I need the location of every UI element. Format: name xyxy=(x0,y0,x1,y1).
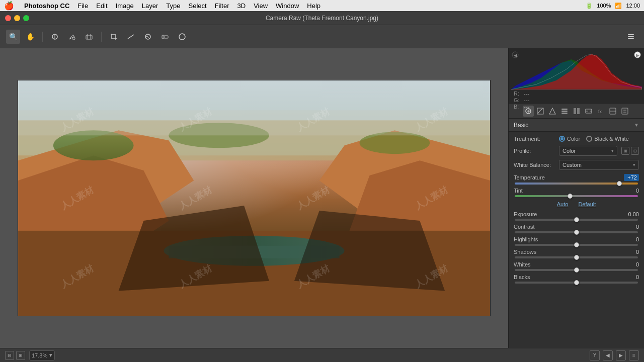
status-icon-grid[interactable]: ⊟ xyxy=(5,351,14,360)
status-action-next[interactable]: ▶ xyxy=(616,350,626,360)
zoom-control[interactable]: 17.8% ▾ xyxy=(29,350,55,360)
straighten-tool[interactable] xyxy=(124,30,138,44)
shadows-thumb[interactable] xyxy=(574,255,579,260)
window-controls xyxy=(5,15,29,21)
spot-removal-tool[interactable] xyxy=(141,30,155,44)
auto-default-row: Auto Default xyxy=(514,201,639,207)
shadows-value[interactable]: 0 xyxy=(624,249,639,255)
zoom-dropdown-arrow: ▾ xyxy=(49,352,52,358)
tint-track[interactable] xyxy=(515,195,638,197)
tint-value[interactable]: 0 xyxy=(624,188,639,194)
color-sampler-tool[interactable] xyxy=(65,30,79,44)
wb-select[interactable]: Custom ▾ xyxy=(559,160,639,170)
maximize-button[interactable] xyxy=(23,15,29,21)
temperature-track[interactable] xyxy=(515,183,638,185)
whites-track[interactable] xyxy=(515,269,638,271)
shadows-row-top: Shadows 0 xyxy=(514,249,639,255)
tint-slider-row: Tint 0 xyxy=(514,188,639,197)
zoom-tool[interactable]: 🔍 xyxy=(6,30,20,44)
whites-value[interactable]: 0 xyxy=(624,261,639,267)
graduated-filter-tool[interactable] xyxy=(175,30,189,44)
histogram-highlight-clipping[interactable]: ▶ xyxy=(634,51,641,60)
minimize-button[interactable] xyxy=(14,15,20,21)
zoom-value: 17.8% xyxy=(32,352,47,358)
treatment-bw-option[interactable]: Black & White xyxy=(586,136,628,142)
exposure-track[interactable] xyxy=(515,219,638,221)
highlights-value[interactable]: 0 xyxy=(624,236,639,242)
histogram-canvas: ◀ ▶ xyxy=(511,50,642,89)
svg-line-6 xyxy=(128,35,134,39)
battery-icon: 🔋 xyxy=(586,3,593,9)
profile-select[interactable]: Color ▾ xyxy=(559,146,617,156)
exposure-value[interactable]: 0.00 xyxy=(624,211,639,217)
menu-help[interactable]: Help xyxy=(307,2,320,10)
svg-text:◀: ◀ xyxy=(514,53,517,58)
status-action-prev[interactable]: ◀ xyxy=(603,350,613,360)
histogram-shadow-clipping[interactable]: ◀ xyxy=(512,51,519,60)
contrast-thumb[interactable] xyxy=(574,230,579,235)
apple-logo[interactable]: 🍎 xyxy=(4,1,14,11)
panel-collapse-arrow[interactable]: ▼ xyxy=(634,122,639,128)
menu-layer[interactable]: Layer xyxy=(142,2,158,10)
profile-view-icons: ⊞ ⊟ xyxy=(621,147,639,155)
contrast-label: Contrast xyxy=(514,224,554,230)
highlights-label: Highlights xyxy=(514,236,554,242)
menu-3d[interactable]: 3D xyxy=(237,2,246,10)
svg-point-10 xyxy=(179,34,185,40)
app-name: Photoshop CC xyxy=(24,2,69,10)
contrast-value[interactable]: 0 xyxy=(624,224,639,230)
canvas-area[interactable]: 人人素材 人人素材 人人素材 人人素材 人人素材 人人素材 人人素材 人人素材 … xyxy=(0,48,508,348)
white-balance-row: White Balance: Custom ▾ xyxy=(514,160,639,170)
histogram-area: ◀ ▶ R: --- G: --- B: --- xyxy=(509,48,644,104)
status-action-menu[interactable]: ≡ xyxy=(629,350,639,360)
open-preferences-button[interactable] xyxy=(624,30,638,44)
target-overlay-tool[interactable] xyxy=(82,30,96,44)
tint-thumb[interactable] xyxy=(568,194,573,199)
adjustment-brush-tool[interactable] xyxy=(158,30,172,44)
profile-grid-view[interactable]: ⊞ xyxy=(621,147,629,155)
exposure-thumb[interactable] xyxy=(574,217,579,222)
r-row: R: --- xyxy=(514,90,639,97)
r-label: R: xyxy=(514,90,521,97)
whites-thumb[interactable] xyxy=(574,267,579,273)
highlights-thumb[interactable] xyxy=(574,242,579,247)
blacks-value[interactable]: 0 xyxy=(624,274,639,280)
temperature-value[interactable]: +72 xyxy=(624,174,639,181)
white-balance-tool[interactable] xyxy=(48,30,62,44)
highlights-slider-row: Highlights 0 xyxy=(514,236,639,246)
contrast-track[interactable] xyxy=(515,231,638,233)
status-icon-full[interactable]: ⊞ xyxy=(16,351,25,360)
svg-rect-3 xyxy=(86,35,92,39)
menu-image[interactable]: Image xyxy=(116,2,134,10)
status-action-y[interactable]: Y xyxy=(590,350,600,360)
contrast-slider-row: Contrast 0 xyxy=(514,224,639,233)
menu-window[interactable]: Window xyxy=(276,2,299,10)
treatment-color-option[interactable]: Color xyxy=(559,136,580,142)
window-title: Camera Raw (Theta Fremont Canyon.jpg) xyxy=(266,15,378,22)
rgb-readout: R: --- G: --- B: --- xyxy=(511,89,642,111)
basic-panel: Basic ▼ Treatment: Color xyxy=(509,119,644,348)
menu-view[interactable]: View xyxy=(254,2,268,10)
shadows-track[interactable] xyxy=(515,256,638,258)
wb-select-arrow: ▾ xyxy=(633,162,635,167)
status-bar: ⊟ ⊞ 17.8% ▾ Y ◀ ▶ ≡ xyxy=(0,348,644,362)
menu-edit[interactable]: Edit xyxy=(96,2,107,10)
hand-tool[interactable]: ✋ xyxy=(23,30,37,44)
highlights-track[interactable] xyxy=(515,244,638,246)
clock: 12:00 xyxy=(626,3,640,9)
profile-list-view[interactable]: ⊟ xyxy=(631,147,639,155)
auto-button[interactable]: Auto xyxy=(557,201,569,207)
close-button[interactable] xyxy=(5,15,11,21)
tint-row-top: Tint 0 xyxy=(514,188,639,194)
default-button[interactable]: Default xyxy=(578,201,596,207)
blacks-thumb[interactable] xyxy=(574,280,579,285)
crop-tool[interactable] xyxy=(107,30,121,44)
blacks-track[interactable] xyxy=(515,282,638,284)
blacks-row-top: Blacks 0 xyxy=(514,274,639,280)
temperature-thumb[interactable] xyxy=(617,181,622,186)
menu-select[interactable]: Select xyxy=(188,2,206,10)
menu-file[interactable]: File xyxy=(77,2,88,10)
profile-control: Color ▾ ⊞ ⊟ xyxy=(559,146,639,156)
menu-type[interactable]: Type xyxy=(166,2,180,10)
menu-filter[interactable]: Filter xyxy=(215,2,229,10)
